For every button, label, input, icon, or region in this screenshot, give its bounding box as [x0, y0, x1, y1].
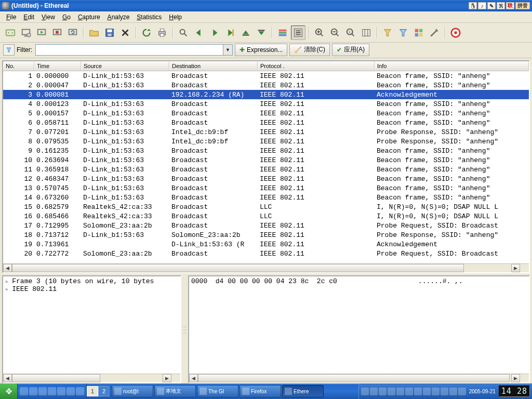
col-protocol[interactable]: Protocol .: [258, 61, 375, 71]
filter-dropdown-button[interactable]: ▼: [223, 44, 233, 56]
menu-view[interactable]: View: [38, 12, 58, 22]
scroll-right-icon[interactable]: ▶: [511, 264, 520, 272]
zoom-out-button[interactable]: [328, 25, 342, 40]
packet-row[interactable]: 130.570745D-Link_b1:53:63BroadcastIEEE 8…: [3, 183, 529, 193]
quick-launch-icon[interactable]: [57, 387, 65, 395]
scroll-left-icon[interactable]: ◀: [3, 264, 12, 272]
go-forward-button[interactable]: [207, 25, 222, 40]
taskbar-clock[interactable]: 14 28: [499, 385, 530, 397]
stop-capture-button[interactable]: [50, 25, 64, 40]
titlebar-tray-icon[interactable]: ♪: [478, 2, 486, 9]
capture-filters-button[interactable]: [380, 25, 395, 40]
titlebar-tray-icon[interactable]: 联: [506, 2, 514, 9]
quick-launch-icon[interactable]: [66, 387, 75, 395]
help-button[interactable]: [448, 25, 463, 40]
display-filters-button[interactable]: [396, 25, 410, 40]
tray-icon[interactable]: [396, 388, 404, 395]
taskbar-date[interactable]: 2005-09-21: [467, 389, 498, 394]
menu-edit[interactable]: Edit: [20, 12, 37, 22]
tray-icon[interactable]: [441, 388, 448, 395]
scroll-left-icon[interactable]: ◀: [3, 374, 12, 382]
save-button[interactable]: [102, 25, 117, 40]
goto-first-button[interactable]: [238, 25, 253, 40]
col-no[interactable]: No.: [3, 61, 34, 71]
tray-icon[interactable]: [423, 388, 431, 395]
tray-icon[interactable]: [361, 388, 369, 395]
scroll-right-icon[interactable]: ▶: [163, 374, 171, 382]
restart-capture-button[interactable]: [65, 25, 80, 40]
packet-row[interactable]: 170.712995SolomonE_23:aa:2bBroadcastIEEE…: [3, 221, 529, 230]
scroll-right-icon[interactable]: ▶: [511, 374, 520, 382]
task-button[interactable]: Firefox: [240, 385, 281, 397]
tray-icon[interactable]: [458, 388, 466, 395]
packet-row[interactable]: 10.000000D-Link_b1:53:63BroadcastIEEE 80…: [3, 71, 529, 81]
packet-list-body[interactable]: 10.000000D-Link_b1:53:63BroadcastIEEE 80…: [3, 71, 529, 263]
tray-icon[interactable]: [388, 388, 395, 395]
start-capture-button[interactable]: [34, 25, 49, 40]
find-button[interactable]: [176, 25, 191, 40]
titlebar[interactable]: (Untitled) - Ethereal 🐧♪✎ℜ联拼音: [0, 0, 532, 11]
scroll-left-icon[interactable]: ◀: [189, 374, 198, 382]
titlebar-tray-icon[interactable]: ✎: [487, 2, 496, 9]
filter-icon[interactable]: [3, 44, 15, 56]
colorize-button[interactable]: [275, 25, 290, 40]
col-source[interactable]: Source: [81, 61, 169, 71]
quick-launch-icon[interactable]: [76, 387, 84, 395]
packet-row[interactable]: 200.722772SolomonE_23:aa:2bBroadcastIEEE…: [3, 249, 529, 258]
titlebar-tray-icon[interactable]: 拼音: [515, 2, 530, 9]
autoscroll-button[interactable]: [291, 25, 305, 40]
task-button[interactable]: root@l: [112, 385, 153, 397]
packet-row[interactable]: 20.000047D-Link_b1:53:63BroadcastIEEE 80…: [3, 81, 529, 90]
open-button[interactable]: [87, 25, 101, 40]
task-button[interactable]: 本地文: [154, 385, 196, 397]
vertical-splitter[interactable]: ⋮⋮⋮: [183, 275, 186, 383]
tree-node[interactable]: Frame 3 (10 bytes on wire, 10 bytes: [5, 277, 178, 285]
quick-launch-icon[interactable]: [20, 387, 28, 395]
quick-launch-icon[interactable]: [29, 387, 37, 395]
packet-row[interactable]: 100.263694D-Link_b1:53:63BroadcastIEEE 8…: [3, 155, 529, 165]
list-interfaces-button[interactable]: [3, 25, 18, 40]
tray-icon[interactable]: [449, 388, 457, 395]
start-button[interactable]: ❖: [0, 383, 18, 399]
packet-row[interactable]: 150.682579RealtekS_42:ca:33BroadcastLLCI…: [3, 202, 529, 211]
scroll-thumb[interactable]: [198, 374, 510, 382]
go-back-button[interactable]: [192, 25, 206, 40]
packet-row[interactable]: 70.077201D-Link_b1:53:63Intel_dc:b9:bfIE…: [3, 127, 529, 137]
packet-bytes-body[interactable]: 0000 d4 00 00 00 00 04 23 8c 2c c0 .....…: [189, 276, 529, 374]
packet-row[interactable]: 140.673260D-Link_b1:53:63BroadcastIEEE 8…: [3, 193, 529, 202]
details-hscroll[interactable]: ◀ ▶: [3, 374, 180, 382]
packet-row[interactable]: 160.685466RealtekS_42:ca:33BroadcastLLCI…: [3, 211, 529, 221]
packet-row[interactable]: 190.713961D-Link_b1:53:63 (RIEEE 802.11A…: [3, 240, 529, 249]
task-button[interactable]: Ethere: [282, 385, 324, 397]
packet-row[interactable]: 180.713712D-Link_b1:53:63SolomonE_23:aa:…: [3, 230, 529, 240]
zoom-reset-button[interactable]: 1:1: [343, 25, 358, 40]
goto-packet-button[interactable]: [223, 25, 237, 40]
capture-options-button[interactable]: [19, 25, 33, 40]
tray-icon[interactable]: [432, 388, 440, 395]
menu-analyze[interactable]: Analyze: [104, 12, 133, 22]
packet-row[interactable]: 50.000157D-Link_b1:53:63BroadcastIEEE 80…: [3, 109, 529, 118]
quick-launch-icon[interactable]: [38, 387, 47, 395]
tray-icon[interactable]: [414, 388, 422, 395]
coloring-rules-button[interactable]: [411, 25, 426, 40]
menu-help[interactable]: Help: [166, 12, 185, 22]
menu-capture[interactable]: Capture: [75, 12, 103, 22]
menu-go[interactable]: Go: [59, 12, 74, 22]
tray-icon[interactable]: [405, 388, 413, 395]
tray-icon[interactable]: [379, 388, 387, 395]
expression-button[interactable]: ✚Expression...: [235, 44, 287, 56]
zoom-in-button[interactable]: [312, 25, 327, 40]
titlebar-tray-icon[interactable]: 🐧: [469, 2, 477, 9]
taskbar[interactable]: ❖ 12 root@l本地文The GlFirefoxEthere 2005-0…: [0, 383, 532, 399]
packet-list-hscroll[interactable]: ◀ ▶: [3, 263, 529, 272]
menu-file[interactable]: File: [3, 12, 19, 22]
apply-button[interactable]: ✔应用(A): [332, 44, 369, 56]
packet-row[interactable]: 80.079535D-Link_b1:53:63Intel_dc:b9:bfIE…: [3, 137, 529, 146]
reload-button[interactable]: [139, 25, 154, 40]
packet-row[interactable]: 60.058711D-Link_b1:53:63BroadcastIEEE 80…: [3, 118, 529, 127]
desktop-button[interactable]: 1: [87, 386, 98, 396]
menu-statistics[interactable]: Statistics: [134, 12, 165, 22]
resize-columns-button[interactable]: [359, 25, 374, 40]
task-button[interactable]: The Gl: [197, 385, 238, 397]
quick-launch-icon[interactable]: [48, 387, 56, 395]
